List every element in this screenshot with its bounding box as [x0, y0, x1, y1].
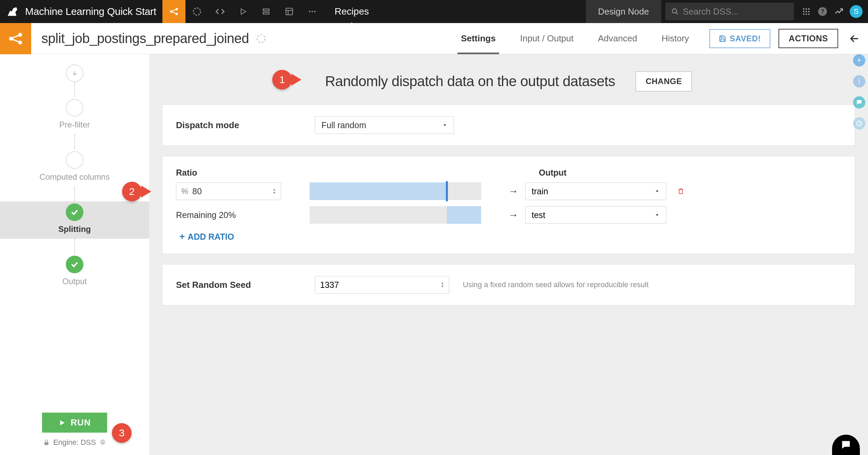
svg-point-15 — [806, 11, 807, 12]
page-title: Randomly dispatch data on the output dat… — [325, 73, 615, 90]
actions-button[interactable]: ACTIONS — [778, 29, 838, 48]
seed-card: Set Random Seed 1337 ▲▼ Using a fixed ra… — [162, 264, 855, 305]
dispatch-card: Dispatch mode Full random — [162, 104, 855, 146]
user-avatar[interactable]: S — [850, 5, 863, 18]
change-button[interactable]: CHANGE — [635, 71, 692, 92]
help-icon[interactable]: ? — [814, 0, 831, 23]
chevron-down-icon — [442, 122, 448, 128]
svg-rect-4 — [263, 9, 269, 11]
top-navbar: Machine Learning Quick Start Recipes Des… — [0, 0, 868, 23]
check-icon — [66, 203, 83, 221]
add-ratio-button[interactable]: + ADD RATIO — [179, 231, 841, 242]
lock-icon — [43, 439, 50, 446]
ratio-row-remaining: Remaining 20% → test — [176, 206, 841, 224]
rail-add-icon[interactable]: + — [853, 54, 865, 66]
step-splitting[interactable]: Splitting — [0, 201, 149, 239]
tab-input-output[interactable]: Input / Output — [508, 23, 586, 54]
apps-icon[interactable] — [798, 0, 814, 23]
ratio-card: Ratio Output % 80 ▲▼ → train — [162, 156, 855, 254]
steps-sidebar: Pre-filter Computed columns Splitting Ou… — [0, 54, 149, 455]
seed-label: Set Random Seed — [176, 280, 301, 290]
stack-icon[interactable] — [255, 0, 278, 23]
svg-rect-5 — [263, 12, 269, 14]
dispatch-mode-select[interactable]: Full random — [315, 116, 454, 134]
annotation-3: 3 — [112, 423, 132, 443]
dashboard-icon[interactable] — [278, 0, 301, 23]
engine-info[interactable]: Engine: DSS — [43, 438, 106, 447]
svg-point-16 — [808, 11, 809, 12]
search-icon — [671, 7, 679, 16]
seed-help-text: Using a fixed random seed allows for rep… — [463, 280, 649, 289]
tab-history[interactable]: History — [649, 23, 701, 54]
chevron-down-icon — [654, 189, 660, 194]
delete-ratio-button[interactable] — [677, 187, 685, 195]
svg-rect-6 — [286, 8, 293, 15]
output-select-test[interactable]: test — [525, 206, 666, 224]
gear-icon[interactable] — [99, 439, 106, 446]
arrow-icon: → — [501, 209, 525, 221]
back-icon[interactable] — [846, 33, 863, 44]
main-content: Randomly dispatch data on the output dat… — [149, 54, 868, 455]
search-box[interactable] — [665, 3, 794, 20]
logo-icon[interactable] — [0, 0, 23, 23]
nav-circle-icon[interactable] — [185, 0, 209, 23]
svg-text:?: ? — [821, 8, 825, 15]
tab-advanced[interactable]: Advanced — [586, 23, 650, 54]
annotation-1: 1 — [272, 70, 292, 90]
svg-point-12 — [806, 8, 807, 9]
input-node-icon[interactable] — [66, 64, 83, 82]
step-prefilter[interactable]: Pre-filter — [0, 97, 149, 134]
search-input[interactable] — [683, 6, 788, 17]
right-rail: + i — [850, 54, 868, 130]
step-output[interactable]: Output — [0, 254, 149, 291]
flow-icon[interactable] — [162, 0, 185, 23]
run-button[interactable]: RUN — [42, 413, 107, 433]
save-icon — [719, 35, 726, 42]
rail-history-icon[interactable] — [853, 117, 865, 130]
ratio-bar-1[interactable] — [310, 182, 481, 200]
rail-comment-icon[interactable] — [853, 96, 865, 108]
seed-input[interactable]: 1337 ▲▼ — [315, 276, 449, 294]
rail-info-icon[interactable]: i — [853, 75, 865, 87]
tab-settings[interactable]: Settings — [449, 23, 508, 54]
slider-handle[interactable] — [446, 181, 448, 201]
svg-point-10 — [672, 9, 677, 13]
svg-point-8 — [312, 11, 313, 12]
check-icon — [66, 256, 83, 273]
refresh-icon[interactable] — [256, 34, 266, 43]
saved-indicator: SAVED! — [709, 29, 770, 48]
remaining-label: Remaining 20% — [176, 210, 310, 220]
recipe-header: split_job_postings_prepared_joined Setti… — [0, 23, 868, 54]
step-computed-columns[interactable]: Computed columns — [0, 149, 149, 186]
spinner-icon[interactable]: ▲▼ — [273, 188, 276, 195]
spinner-icon[interactable]: ▲▼ — [441, 281, 444, 288]
svg-point-17 — [803, 13, 804, 15]
arrow-icon: → — [501, 185, 525, 197]
project-title[interactable]: Machine Learning Quick Start — [23, 6, 162, 17]
trend-icon[interactable] — [831, 0, 847, 23]
ratio-heading: Ratio — [176, 168, 539, 178]
ratio-row-1: % 80 ▲▼ → train — [176, 182, 841, 200]
svg-point-13 — [808, 8, 809, 9]
recipe-name: split_job_postings_prepared_joined — [41, 31, 249, 46]
ratio-bar-2 — [310, 206, 481, 224]
svg-point-25 — [257, 35, 265, 42]
svg-point-14 — [803, 11, 804, 12]
svg-point-18 — [806, 13, 807, 15]
code-icon[interactable] — [209, 0, 232, 23]
svg-point-19 — [808, 13, 809, 15]
ratio-input[interactable]: % 80 ▲▼ — [176, 182, 281, 200]
recipes-breadcrumb[interactable]: Recipes — [324, 0, 380, 23]
more-icon[interactable] — [301, 0, 324, 23]
chevron-down-icon — [654, 212, 660, 218]
output-select-train[interactable]: train — [525, 182, 666, 200]
svg-rect-26 — [44, 442, 48, 445]
svg-point-7 — [309, 11, 310, 12]
design-node-label[interactable]: Design Node — [586, 0, 661, 23]
annotation-2: 2 — [122, 182, 142, 201]
svg-point-3 — [193, 8, 200, 15]
svg-point-11 — [803, 8, 804, 9]
dispatch-mode-label: Dispatch mode — [176, 120, 301, 131]
play-icon[interactable] — [232, 0, 255, 23]
svg-point-27 — [102, 442, 103, 443]
